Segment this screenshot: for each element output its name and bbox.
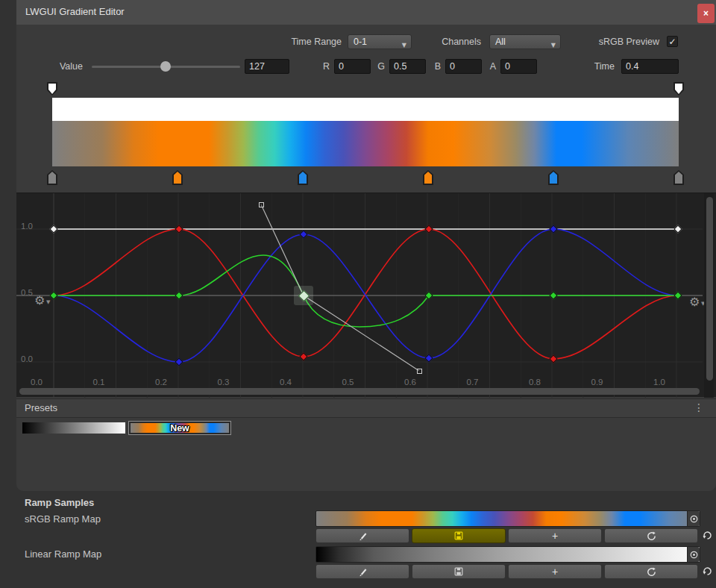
time-field[interactable]: 0.4 (621, 59, 679, 74)
pencil-icon (357, 566, 368, 578)
gradient-color-strip[interactable] (52, 121, 679, 166)
time-range-value: 0-1 (354, 37, 367, 47)
preset-swatch-new[interactable]: New (128, 421, 231, 435)
value-slider-thumb[interactable] (160, 61, 171, 72)
save-ramp-button[interactable] (412, 528, 506, 543)
color-marker[interactable] (673, 170, 684, 185)
chevron-down-icon: ▼ (402, 39, 406, 52)
close-button[interactable]: × (697, 4, 715, 23)
x-tick-label: 0.1 (88, 378, 110, 387)
edit-ramp-button[interactable] (315, 564, 409, 579)
refresh-icon (646, 531, 657, 542)
gear-icon[interactable]: ⚙▼ (34, 295, 45, 307)
linear-ramp-buttons: + (315, 564, 698, 579)
linear-ramp-map-label: Linear Ramp Map (25, 548, 101, 560)
save-ramp-button[interactable] (412, 564, 506, 579)
color-marker[interactable] (298, 170, 308, 185)
color-marker[interactable] (47, 170, 57, 185)
channels-label: Channels (427, 34, 481, 49)
y-tick-label: 1.0 (21, 222, 42, 231)
picker-dot-icon (689, 550, 699, 560)
x-tick-label: 0.9 (586, 378, 609, 387)
gradient-alpha-strip[interactable] (52, 98, 679, 121)
time-range-dropdown[interactable]: 0-1 ▼ (348, 34, 412, 49)
srgb-ramp-buttons: + (315, 528, 698, 543)
presets-title: Presets (25, 402, 57, 413)
value-label: Value (37, 59, 83, 74)
color-marker-fill (424, 172, 432, 184)
floppy-save-icon (453, 566, 464, 577)
plus-icon: + (552, 566, 558, 578)
b-field[interactable]: 0 (445, 59, 482, 74)
x-tick-label: 0.0 (25, 378, 48, 387)
color-marker-fill (550, 172, 557, 184)
r-field[interactable]: 0 (334, 59, 371, 74)
gradient-editor-window: LWGUI Gradient Editor × Time Range 0-1 ▼… (16, 0, 716, 491)
plus-icon: + (552, 530, 558, 542)
add-ramp-button[interactable]: + (508, 564, 602, 579)
a-label: A (478, 59, 496, 74)
value-field[interactable]: 127 (245, 59, 289, 74)
presets-header: Presets ⋮ (16, 398, 716, 418)
x-tick-label: 0.7 (462, 378, 484, 387)
color-marker-fill (675, 172, 682, 184)
srgb-preview-checkbox[interactable]: ✓ (667, 36, 678, 47)
time-range-label: Time Range (273, 34, 342, 49)
color-marker[interactable] (172, 170, 183, 185)
gear-icon[interactable]: ⚙▼ (689, 296, 700, 308)
srgb-ramp-map-label: sRGB Ramp Map (25, 513, 101, 525)
alpha-marker[interactable] (47, 82, 57, 96)
preset-label: New (129, 422, 230, 434)
tangent-handle[interactable] (417, 369, 422, 374)
screen: { "window": { "title": "LWGUI Gradient E… (0, 0, 716, 588)
alpha-marker-fill (48, 84, 56, 94)
g-field[interactable]: 0.5 (389, 59, 426, 74)
chevron-down-icon: ▼ (551, 39, 556, 52)
picker-dot-icon (689, 514, 699, 524)
a-field[interactable]: 0 (500, 59, 537, 74)
color-marker-fill (299, 172, 307, 184)
refresh-ramp-button[interactable] (604, 528, 698, 543)
tangent-handle[interactable] (259, 202, 264, 207)
edit-ramp-button[interactable] (315, 528, 409, 543)
color-marker[interactable] (423, 170, 433, 185)
preset-swatch-bw[interactable] (22, 422, 125, 434)
y-tick-label: 0.0 (21, 354, 42, 363)
channels-dropdown[interactable]: All ▼ (489, 34, 561, 49)
linear-ramp-strip[interactable] (315, 546, 700, 563)
refresh-ramp-button[interactable] (604, 564, 698, 579)
color-marker-fill (174, 172, 181, 184)
undo-icon (702, 566, 713, 577)
x-tick-label: 0.4 (274, 378, 297, 387)
curve-canvas (16, 193, 703, 398)
add-ramp-button[interactable]: + (508, 528, 602, 543)
checkmark-icon: ✓ (668, 37, 676, 47)
color-marker[interactable] (548, 170, 559, 185)
x-tick-label: 0.8 (524, 378, 546, 387)
srgb-preview-label: sRGB Preview (582, 34, 659, 49)
refresh-icon (646, 566, 657, 578)
curve-editor[interactable]: 1.00.50.0 0.00.10.20.30.40.50.60.70.80.9… (16, 193, 716, 397)
window-title: LWGUI Gradient Editor (25, 6, 125, 17)
floppy-save-icon (453, 531, 464, 541)
title-bar: LWGUI Gradient Editor × (16, 0, 716, 25)
revert-button[interactable] (701, 565, 714, 578)
x-tick-label: 0.2 (150, 378, 172, 387)
g-label: G (367, 59, 385, 74)
vertical-scrollbar-thumb[interactable] (706, 197, 713, 381)
ramp-samples-heading: Ramp Samples (25, 497, 94, 508)
kebab-menu-icon[interactable]: ⋮ (691, 401, 706, 416)
undo-icon (702, 530, 713, 541)
channels-value: All (495, 37, 506, 47)
horizontal-scrollbar-thumb[interactable] (19, 388, 700, 395)
object-picker-button[interactable] (687, 511, 700, 526)
pencil-icon (357, 531, 368, 542)
x-tick-label: 0.5 (337, 378, 359, 387)
x-tick-label: 0.3 (213, 378, 235, 387)
alpha-marker[interactable] (673, 82, 684, 96)
srgb-ramp-strip[interactable] (315, 510, 700, 527)
object-picker-button[interactable] (687, 547, 700, 562)
revert-button[interactable] (701, 529, 714, 542)
color-marker-fill (48, 172, 56, 184)
x-tick-label: 1.0 (648, 378, 671, 387)
